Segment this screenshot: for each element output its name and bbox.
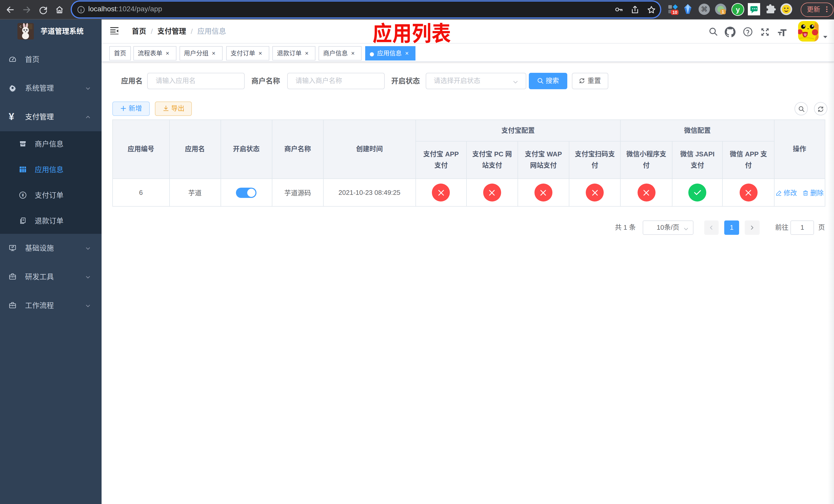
- svg-text:¥: ¥: [22, 193, 24, 198]
- svg-text:⌘: ⌘: [701, 5, 707, 13]
- svg-text:y: y: [736, 5, 740, 13]
